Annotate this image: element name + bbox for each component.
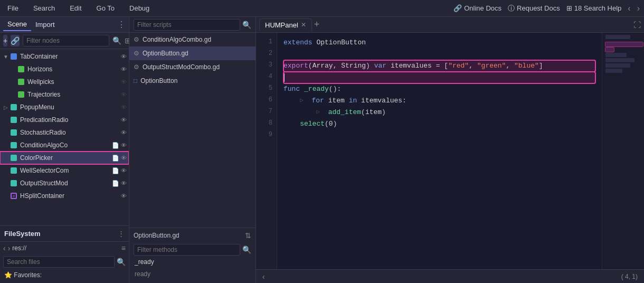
extra-icon-outputstructmod[interactable]: 📄 (112, 180, 119, 187)
code-lines[interactable]: extends OptionButton export(Array, Strin… (277, 33, 602, 269)
editor-tab-humpanel[interactable]: HUMPanel ✕ (259, 18, 312, 31)
tree-item-colorpicker[interactable]: ColorPicker 📄 👁 (0, 152, 129, 164)
menu-goto[interactable]: Go To (93, 2, 118, 14)
tree-item-stochasticradio[interactable]: StochasticRadio 👁 (0, 126, 129, 139)
menu-edit[interactable]: Edit (67, 2, 84, 14)
filter-nodes-input[interactable] (23, 35, 109, 46)
method-item-ready[interactable]: _ready (129, 257, 255, 267)
methods-header: OptionButton.gd ⇅ (129, 228, 255, 243)
eye-icon-horizons[interactable]: 👁 (121, 66, 127, 72)
editor-tab-close-icon[interactable]: ✕ (301, 21, 306, 29)
tree-item-outputstructmod[interactable]: OutputStructMod 📄 👁 (0, 177, 129, 190)
eye-icon-conditionalgocombo[interactable]: 👁 (121, 142, 127, 148)
eye-icon-outputstructmod[interactable]: 👁 (121, 180, 127, 186)
menu-file[interactable]: File (4, 2, 22, 14)
horizons-icon (17, 65, 25, 73)
eye-icon-tabcontainer[interactable]: 👁 (121, 53, 127, 60)
minimap (602, 33, 644, 269)
nav-forward-icon[interactable]: › (637, 4, 640, 13)
filter-scripts-search-icon[interactable]: 🔍 (242, 21, 251, 29)
filesystem-layout-icon[interactable]: ≡ (121, 244, 126, 252)
tree-item-hsplitcontainer[interactable]: # HSplitContainer 👁 (0, 190, 129, 202)
script-gear-icon-1: ⚙ (134, 36, 139, 43)
tree-item-conditionalgocombo[interactable]: ConditionAlgoCo 📄 👁 (0, 139, 129, 152)
fs-forward-button[interactable]: › (8, 244, 11, 252)
code-line-2 (283, 49, 595, 60)
eye-icon-hsplitcontainer[interactable]: 👁 (121, 193, 127, 199)
request-docs-button[interactable]: ⓘ Request Docs (508, 4, 560, 13)
code-line-8: select(0) (283, 118, 595, 130)
tab-scene[interactable]: Scene (3, 18, 31, 31)
tree-arrow-tabcontainer[interactable]: ▼ (2, 54, 10, 60)
filesystem-title: FileSystem (4, 230, 41, 238)
eye-icon-trajectories[interactable]: 👁 (121, 91, 127, 98)
add-node-button[interactable]: + (3, 35, 7, 46)
code-line-9 (283, 130, 595, 142)
status-nav-left-icon[interactable]: ‹ (262, 272, 265, 281)
status-right: ( 4, 1) (621, 273, 638, 280)
eye-icon-wellselectorcom[interactable]: 👁 (121, 167, 127, 174)
eye-icon-popupmenu[interactable]: 👁 (121, 104, 127, 110)
search-help-button[interactable]: ⊞ 18 Search Help (566, 4, 622, 12)
code-line-4 (283, 72, 595, 83)
hsplitcontainer-icon: # (10, 192, 18, 200)
eye-icon-colorpicker[interactable]: 👁 (121, 155, 127, 161)
filesystem-menu-icon[interactable]: ⋮ (118, 230, 125, 238)
script-gear-icon-3: ⚙ (134, 63, 139, 71)
script-item-outputstructmodcombo[interactable]: ⚙ OutputStructModCombo.gd (129, 60, 255, 74)
menu-bar: File Search Edit Go To Debug 🔗 Online Do… (0, 0, 644, 17)
menu-right-group: 🔗 Online Docs ⓘ Request Docs ⊞ 18 Search… (453, 4, 640, 13)
code-line-6: ▷ for item in itemvalues: (283, 95, 595, 107)
filesystem-header: FileSystem ⋮ (0, 226, 129, 242)
scene-tree: ▼ TabContainer 👁 Horizons 👁 (0, 49, 129, 225)
filter-nodes-search-icon[interactable]: 🔍 (112, 35, 121, 46)
editor-area: HUMPanel ✕ + ⛶ 1 2 3 4 5 6 7 8 9 ex (256, 17, 644, 283)
scripts-list: ⚙ ConditionAlgoCombo.gd ⚙ OptionButton.g… (129, 33, 255, 228)
menu-search[interactable]: Search (30, 2, 58, 14)
filter-scripts-input[interactable] (134, 19, 240, 31)
tree-item-trajectories[interactable]: Trajectories 👁 (0, 88, 129, 101)
methods-sort-icon[interactable]: ⇅ (245, 231, 251, 240)
eye-icon-stochasticradio[interactable]: 👁 (121, 129, 127, 136)
filter-methods-search-icon[interactable]: 🔍 (242, 246, 251, 254)
extra-icon-wellselectorcom[interactable]: 📄 (112, 167, 119, 174)
wellselectorcom-icon (10, 166, 18, 175)
tree-item-popupmenu[interactable]: ▷ PopupMenu 👁 (0, 101, 129, 114)
scene-panel-menu-icon[interactable]: ⋮ (117, 20, 126, 30)
methods-panel: OptionButton.gd ⇅ 🔍 _ready ready (129, 228, 255, 283)
scene-tabs: Scene Import ⋮ (0, 17, 129, 33)
extra-icon-conditionalgocombo[interactable]: 📄 (112, 142, 119, 149)
script-item-optionbutton[interactable]: ⚙ OptionButton.gd (129, 46, 255, 60)
tree-item-predicationradio[interactable]: PredicationRadio 👁 (0, 114, 129, 126)
code-line-3: export(Array, String) var itemvalues = [… (283, 60, 595, 72)
popupmenu-icon (10, 103, 18, 111)
eye-icon-predicationradio[interactable]: 👁 (121, 117, 127, 123)
info-icon: ⓘ (508, 4, 515, 13)
tree-item-wellpicks[interactable]: Wellpicks 👁 (0, 76, 129, 88)
nav-back-icon[interactable]: ‹ (628, 4, 630, 13)
fs-back-button[interactable]: ‹ (3, 244, 6, 252)
editor-fullscreen-icon[interactable]: ⛶ (633, 21, 641, 29)
predicationradio-icon (10, 116, 18, 124)
tab-import[interactable]: Import (31, 18, 59, 31)
menu-debug[interactable]: Debug (126, 2, 153, 14)
colorpicker-icon (10, 154, 18, 162)
tree-item-tabcontainer[interactable]: ▼ TabContainer 👁 (0, 50, 129, 63)
search-files-input[interactable] (3, 256, 115, 268)
conditionalgocombo-icon (10, 141, 18, 149)
filesystem-search-icon[interactable]: 🔍 (117, 258, 126, 266)
link-node-button[interactable]: 🔗 (11, 35, 20, 46)
extra2-icon-colorpicker[interactable]: 📄 (112, 155, 119, 162)
editor-add-tab-icon[interactable]: + (314, 19, 320, 30)
status-left: ‹ (262, 272, 265, 281)
eye-icon-wellpicks[interactable]: 👁 (121, 79, 127, 85)
tree-item-horizons[interactable]: Horizons 👁 (0, 63, 129, 76)
script-item-conditionalgocombo[interactable]: ⚙ ConditionAlgoCombo.gd (129, 33, 255, 46)
script-item-optionbutton-node[interactable]: □ OptionButton (129, 74, 255, 88)
tree-item-wellselectorcom[interactable]: WellSelectorCom 📄 👁 (0, 164, 129, 177)
filter-methods-input[interactable] (134, 244, 240, 256)
code-container: 1 2 3 4 5 6 7 8 9 extends OptionButton (256, 33, 644, 269)
link-icon: 🔗 (453, 4, 462, 12)
online-docs-button[interactable]: 🔗 Online Docs (453, 4, 501, 12)
code-line-1: extends OptionButton (283, 37, 595, 49)
